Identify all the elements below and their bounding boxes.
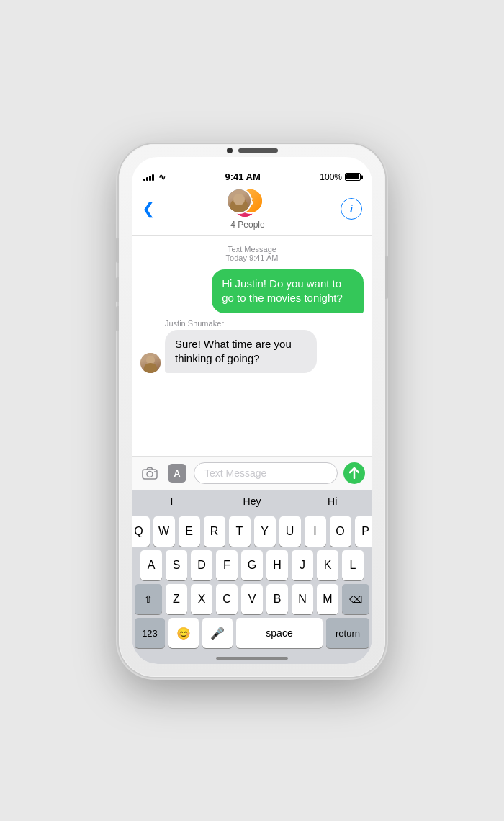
key-h[interactable]: H [266, 550, 288, 580]
messages-area: Text Message Today 9:41 AM Hi Justin! Do… [132, 236, 372, 456]
space-key[interactable]: space [236, 618, 323, 648]
bar1 [143, 179, 145, 181]
message-meta: Text Message Today 9:41 AM [140, 245, 364, 262]
bar4 [152, 174, 154, 181]
key-n[interactable]: N [292, 584, 313, 614]
key-k[interactable]: K [317, 550, 338, 580]
mic-key[interactable]: 🎤 [202, 618, 233, 648]
info-button[interactable]: i [341, 198, 362, 220]
key-w[interactable]: W [153, 516, 175, 547]
key-d[interactable]: D [191, 550, 212, 580]
key-b[interactable]: B [266, 584, 288, 614]
status-left: ∿ [143, 172, 166, 182]
app-button[interactable]: A [166, 462, 188, 484]
bar3 [149, 176, 151, 181]
status-right: 100% [320, 172, 361, 182]
sent-bubble: Hi Justin! Do you want to go to the movi… [212, 269, 364, 313]
status-bar: ∿ 9:41 AM 100% [132, 157, 372, 185]
sent-message-row: Hi Justin! Do you want to go to the movi… [140, 269, 364, 313]
key-p[interactable]: P [355, 516, 373, 547]
status-time: 9:41 AM [225, 171, 260, 182]
key-q[interactable]: Q [132, 516, 150, 547]
avatar-group: S M [226, 188, 269, 218]
key-a[interactable]: A [140, 550, 162, 580]
keyboard-row-3: ⇧ Z X C V B N M ⌫ [135, 584, 369, 614]
key-r[interactable]: R [204, 516, 225, 547]
key-j[interactable]: J [292, 550, 313, 580]
keyboard-row-2: A S D F G H J K L [135, 550, 369, 580]
keyboard-bottom-row: 123 😊 🎤 space return [135, 618, 369, 654]
key-i[interactable]: I [305, 516, 326, 547]
phone-frame: ∿ 9:41 AM 100% ❮ [119, 144, 385, 677]
key-x[interactable]: X [191, 584, 212, 614]
nav-bar: ❮ S M [132, 185, 372, 236]
key-l[interactable]: L [342, 550, 364, 580]
speaker-grill [238, 148, 278, 153]
return-key[interactable]: return [326, 618, 369, 648]
top-bar [119, 144, 385, 157]
key-m[interactable]: M [317, 584, 338, 614]
key-s[interactable]: S [166, 550, 187, 580]
autocomplete-bar: I Hey Hi [132, 490, 372, 513]
received-bubble: Sure! What time are you thinking of goin… [165, 330, 317, 374]
shift-key[interactable]: ⇧ [135, 584, 162, 614]
key-v[interactable]: V [241, 584, 263, 614]
key-z[interactable]: Z [166, 584, 187, 614]
keyboard-row-1: Q W E R T Y U I O P [135, 516, 369, 547]
svg-point-1 [147, 472, 153, 477]
key-t[interactable]: T [229, 516, 251, 547]
message-time: Today 9:41 AM [140, 254, 364, 262]
key-o[interactable]: O [330, 516, 351, 547]
back-button[interactable]: ❮ [142, 201, 155, 217]
message-type-label: Text Message [140, 245, 364, 254]
svg-point-2 [154, 471, 156, 472]
nav-center: S M 4 People [226, 188, 269, 230]
keyboard: Q W E R T Y U I O P A S D F G H J K [132, 513, 372, 664]
camera-dot [227, 148, 233, 153]
camera-button[interactable] [139, 462, 161, 484]
delete-key[interactable]: ⌫ [342, 584, 369, 614]
key-y[interactable]: Y [254, 516, 276, 547]
key-123[interactable]: 123 [135, 618, 165, 648]
battery-icon [345, 173, 361, 181]
input-area: A Text Message [132, 456, 372, 490]
battery-fill [346, 174, 359, 179]
received-message-row: Sure! What time are you thinking of goin… [140, 330, 364, 374]
wifi-icon: ∿ [158, 172, 166, 182]
key-f[interactable]: F [216, 550, 238, 580]
send-button[interactable] [343, 462, 365, 484]
key-u[interactable]: U [279, 516, 301, 547]
autocomplete-item-3[interactable]: Hi [292, 490, 372, 513]
home-indicator [216, 657, 288, 660]
key-g[interactable]: G [241, 550, 263, 580]
phone-screen: ∿ 9:41 AM 100% ❮ [132, 157, 372, 664]
autocomplete-item-2[interactable]: Hey [212, 490, 293, 513]
autocomplete-item-1[interactable]: I [132, 490, 212, 513]
message-input[interactable]: Text Message [194, 462, 338, 484]
emoji-key[interactable]: 😊 [168, 618, 199, 648]
battery-label: 100% [320, 172, 342, 182]
key-e[interactable]: E [179, 516, 200, 547]
signal-bars [143, 173, 154, 181]
key-c[interactable]: C [216, 584, 238, 614]
contact-avatar [140, 353, 161, 373]
sender-name: Justin Shumaker [165, 319, 364, 328]
avatar-1 [226, 188, 252, 214]
bar2 [146, 177, 148, 181]
group-title: 4 People [230, 220, 264, 230]
input-placeholder: Text Message [204, 467, 266, 479]
